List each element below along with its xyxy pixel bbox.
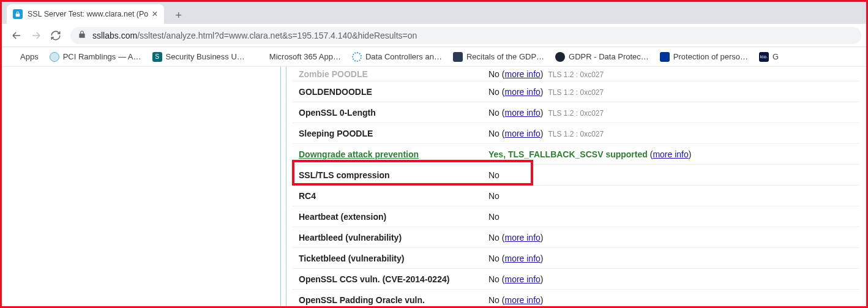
row-label: Heartbeat (extension) [293,212,488,222]
bookmark-label: Microsoft 365 App… [269,52,341,61]
pci-icon [50,52,59,62]
row-value: No (more info) [488,295,859,305]
more-info-link[interactable]: more info [504,295,540,305]
more-info-link[interactable]: more info [504,87,540,97]
row-value: No (more info)TLS 1.2 : 0xc027 [488,69,859,79]
eu-flag-icon [660,52,670,62]
bookmark-label: Security Business U… [166,52,245,61]
apps-icon [7,52,17,62]
row-meta: TLS 1.2 : 0xc027 [548,88,604,97]
bookmark-item[interactable]: Recitals of the GDP… [453,52,544,62]
bookmark-label: Recitals of the GDP… [466,52,544,61]
row-meta: TLS 1.2 : 0xc027 [548,70,604,79]
row-label: OpenSSL Padding Oracle vuln. [293,295,488,305]
row-value: No [488,212,859,222]
lock-icon [78,30,86,40]
row-meta: TLS 1.2 : 0xc027 [548,130,604,138]
reload-icon [50,30,61,41]
more-info-link[interactable]: more info [504,108,540,118]
bookmark-item[interactable]: Protection of perso… [660,52,748,62]
bookmark-item[interactable]: GDPR - Data Protec… [555,52,649,62]
result-row: Sleeping POODLENo (more info)TLS 1.2 : 0… [293,123,859,144]
ico-icon: ico. [759,52,769,62]
row-label: GOLDENDOODLE [293,87,488,97]
address-bar[interactable]: ssllabs.com/ssltest/analyze.html?d=www.c… [70,27,861,44]
row-label: SSL/TLS compression [293,170,488,180]
bookmark-label: Protection of perso… [673,52,748,61]
bookmarks-bar: AppsPCI Ramblings — A…SSecurity Business… [2,47,866,67]
more-info-link[interactable]: more info [504,69,540,79]
more-info-link[interactable]: more info [504,274,540,284]
tab-strip: SSL Server Test: www.clara.net (Po × + [2,2,866,24]
favicon-icon [453,52,463,62]
result-row: OpenSSL CCS vuln. (CVE-2014-0224)No (mor… [293,269,859,290]
row-value: No (more info) [488,233,859,242]
bookmark-label: G [773,52,779,61]
result-row: GOLDENDOODLENo (more info)TLS 1.2 : 0xc0… [293,81,859,102]
bookmark-item[interactable]: SSecurity Business U… [152,52,245,62]
row-label: Ticketbleed (vulnerability) [293,254,488,263]
tab-title: SSL Server Test: www.clara.net (Po [28,10,148,18]
panel-border [280,67,281,306]
close-tab-icon[interactable]: × [152,9,157,19]
result-row: OpenSSL Padding Oracle vuln.No (more inf… [293,290,859,308]
result-row: OpenSSL 0-LengthNo (more info)TLS 1.2 : … [293,102,859,123]
forward-button[interactable] [28,27,45,44]
results-table: Zombie POODLENo (more info)TLS 1.2 : 0xc… [293,67,859,308]
panel-border [286,67,286,306]
row-value: Yes, TLS_FALLBACK_SCSV supported (more i… [488,149,859,159]
row-meta: TLS 1.2 : 0xc027 [548,109,604,118]
result-row: RC4No [293,186,859,206]
reload-button[interactable] [47,27,64,44]
row-value: No (more info)TLS 1.2 : 0xc027 [488,87,859,97]
row-label: OpenSSL 0-Length [293,108,488,118]
new-tab-button[interactable]: + [170,7,187,24]
bookmark-item[interactable]: Microsoft 365 App… [256,52,341,62]
result-row: Zombie POODLENo (more info)TLS 1.2 : 0xc… [293,67,859,81]
row-value: No (more info)TLS 1.2 : 0xc027 [488,108,859,118]
arrow-right-icon [31,30,42,41]
result-row: Heartbeat (extension)No [293,206,859,227]
result-row: Heartbleed (vulnerability)No (more info) [293,227,859,248]
bookmark-label: Data Controllers an… [365,52,442,61]
row-label: Zombie POODLE [293,69,488,79]
result-row: SSL/TLS compressionNo [293,165,859,186]
more-info-link[interactable]: more info [504,233,540,242]
row-label: Downgrade attack prevention [293,149,488,159]
row-label: OpenSSL CCS vuln. (CVE-2014-0224) [293,274,488,284]
favicon-icon [352,52,362,62]
row-value: No (more info) [488,254,859,263]
result-row: Downgrade attack preventionYes, TLS_FALL… [293,144,859,165]
lock-favicon-icon [13,9,23,19]
url-text: ssllabs.com/ssltest/analyze.html?d=www.c… [92,31,417,40]
row-label: RC4 [293,191,488,201]
row-value: No (more info)TLS 1.2 : 0xc027 [488,129,859,138]
toolbar: ssllabs.com/ssltest/analyze.html?d=www.c… [2,24,866,47]
bookmark-item[interactable]: ico.G [759,52,779,62]
back-button[interactable] [8,27,25,44]
bookmark-item[interactable]: PCI Ramblings — A… [50,52,141,62]
browser-tab[interactable]: SSL Server Test: www.clara.net (Po × [7,4,164,24]
row-value: No (more info) [488,274,859,284]
row-label: Heartbleed (vulnerability) [293,233,488,242]
more-info-link[interactable]: more info [653,149,688,159]
bookmark-label: GDPR - Data Protec… [569,52,649,61]
more-info-link[interactable]: more info [504,129,540,138]
url-path: /ssltest/analyze.html?d=www.clara.net&s=… [137,31,417,40]
arrow-left-icon [11,30,22,41]
bookmark-label: PCI Ramblings — A… [63,52,141,61]
bookmark-label: Apps [20,52,39,61]
url-host: ssllabs.com [92,31,137,40]
favicon-icon [555,52,565,62]
microsoft-icon [256,52,266,62]
sharepoint-icon: S [152,52,162,62]
bookmark-item[interactable]: Data Controllers an… [352,52,442,62]
browser-window: SSL Server Test: www.clara.net (Po × + s… [0,0,868,308]
row-label: Sleeping POODLE [293,129,488,138]
result-row: Ticketbleed (vulnerability)No (more info… [293,248,859,269]
bookmark-item[interactable]: Apps [7,52,39,62]
row-value: No [488,191,859,201]
more-info-link[interactable]: more info [504,254,540,263]
page-content: Zombie POODLENo (more info)TLS 1.2 : 0xc… [2,67,866,306]
row-value: No [488,170,859,180]
